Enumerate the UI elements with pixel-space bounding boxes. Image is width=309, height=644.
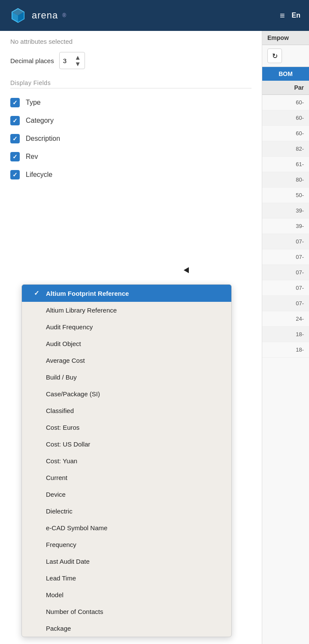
dropdown-item-label: Average Cost: [46, 357, 85, 364]
checkbox-row-rev: Rev: [0, 148, 262, 166]
dropdown-item-label: Frequency: [46, 541, 76, 548]
right-data-row: 82-: [262, 141, 309, 157]
decimal-places-select[interactable]: 3 ▲ ▼: [59, 52, 85, 69]
dropdown-item-label: Cost: US Dollar: [46, 440, 90, 448]
display-fields-divider: [10, 88, 251, 88]
refresh-button[interactable]: ↻: [267, 49, 282, 63]
dropdown-menu: ✓ Altium Footprint Reference Altium Libr…: [21, 284, 232, 637]
right-data-row: 18-: [262, 327, 309, 342]
dropdown-item-label: Number of Contacts: [46, 608, 103, 615]
logo-area: arena®: [9, 6, 66, 25]
right-toolbar: ↻: [262, 45, 309, 67]
left-panel: No attributes selected Decimal places 3 …: [0, 31, 262, 644]
dropdown-item-label: Case/Package (SI): [46, 390, 100, 398]
dropdown-item-cost-euros[interactable]: Cost: Euros: [22, 419, 231, 436]
checkbox-row-category: Category: [0, 112, 262, 130]
checkbox-row-type: Type: [0, 94, 262, 112]
dropdown-item-label: Audit Frequency: [46, 323, 93, 331]
right-panel: Empow ↻ BOM Par 60- 60- 60- 82- 61- 80- …: [262, 31, 309, 644]
right-data-row: 39-: [262, 203, 309, 219]
dropdown-item-current[interactable]: Current: [22, 469, 231, 486]
dropdown-item-altium-footprint[interactable]: ✓ Altium Footprint Reference: [22, 285, 231, 302]
app-header: arena® ≡ En: [0, 0, 309, 31]
dropdown-item-label: Package: [46, 625, 71, 632]
right-data-row: 07-: [262, 280, 309, 296]
checkbox-description[interactable]: [10, 134, 20, 143]
logo-text: arena: [32, 10, 58, 21]
right-data-row: 61-: [262, 157, 309, 172]
right-data-rows: 60- 60- 60- 82- 61- 80- 50- 39- 39- 07- …: [262, 95, 309, 644]
checkbox-type[interactable]: [10, 98, 20, 107]
checkbox-label-lifecycle: Lifecycle: [26, 171, 52, 179]
dropdown-item-label: Cost: Euros: [46, 424, 79, 431]
dropdown-item-label: Device: [46, 491, 66, 498]
dropdown-item-label: e-CAD Symbol Name: [46, 524, 107, 532]
dropdown-item-audit-frequency[interactable]: Audit Frequency: [22, 319, 231, 335]
right-data-row: 07-: [262, 296, 309, 311]
language-selector[interactable]: En: [292, 12, 300, 19]
dropdown-item-case-package[interactable]: Case/Package (SI): [22, 386, 231, 402]
checkbox-label-type: Type: [26, 99, 41, 106]
check-mark-icon: ✓: [34, 289, 42, 297]
dropdown-item-package[interactable]: Package: [22, 620, 231, 637]
dropdown-item-label: Audit Object: [46, 340, 81, 347]
dropdown-item-label: Altium Library Reference: [46, 307, 117, 314]
no-attributes-label: No attributes selected: [0, 31, 262, 49]
arena-logo-icon: [9, 6, 27, 25]
dropdown-item-label: Lead Time: [46, 574, 76, 582]
checkbox-rev[interactable]: [10, 152, 20, 161]
dropdown-item-model[interactable]: Model: [22, 586, 231, 603]
checkbox-label-description: Description: [26, 135, 60, 143]
logo-superscript: ®: [62, 12, 66, 18]
decimal-places-label: Decimal places: [10, 57, 54, 64]
dropdown-item-label: Current: [46, 474, 67, 481]
right-data-row: 39-: [262, 219, 309, 234]
dropdown-item-average-cost[interactable]: Average Cost: [22, 352, 231, 369]
checkbox-row-lifecycle: Lifecycle: [0, 166, 262, 184]
right-data-row: 80-: [262, 172, 309, 188]
dropdown-item-label: Model: [46, 591, 64, 598]
empower-label: Empow: [262, 31, 309, 45]
dropdown-item-frequency[interactable]: Frequency: [22, 536, 231, 553]
right-data-row: 60-: [262, 110, 309, 126]
display-fields-label: Display Fields: [0, 76, 262, 88]
dropdown-item-number-of-contacts[interactable]: Number of Contacts: [22, 603, 231, 620]
decimal-value: 3: [63, 57, 67, 64]
right-data-row: 24-: [262, 311, 309, 327]
dropdown-item-classified[interactable]: Classified: [22, 402, 231, 419]
checkbox-row-description: Description: [0, 130, 262, 148]
right-data-row: 07-: [262, 249, 309, 265]
dropdown-item-audit-object[interactable]: Audit Object: [22, 335, 231, 352]
right-data-row: 07-: [262, 265, 309, 280]
right-data-row: 50-: [262, 188, 309, 203]
dropdown-item-label: Cost: Yuan: [46, 457, 77, 465]
dropdown-item-device[interactable]: Device: [22, 486, 231, 503]
main-layout: No attributes selected Decimal places 3 …: [0, 31, 309, 644]
dropdown-item-dielectric[interactable]: Dielectric: [22, 503, 231, 519]
checkbox-label-category: Category: [26, 117, 54, 125]
dropdown-item-lead-time[interactable]: Lead Time: [22, 570, 231, 586]
checkbox-label-rev: Rev: [26, 153, 38, 161]
right-data-row: 60-: [262, 126, 309, 141]
dropdown-item-last-audit-date[interactable]: Last Audit Date: [22, 553, 231, 570]
right-data-row: 18-: [262, 342, 309, 358]
dropdown-item-label: Build / Buy: [46, 374, 77, 381]
right-data-row: 07-: [262, 234, 309, 249]
bom-header: BOM: [262, 67, 309, 81]
dropdown-item-cost-yuan[interactable]: Cost: Yuan: [22, 453, 231, 469]
dropdown-item-label: Altium Footprint Reference: [46, 290, 129, 297]
header-right: ≡ En: [280, 11, 300, 21]
right-data-row: 60-: [262, 95, 309, 110]
decimal-spinner-arrows[interactable]: ▲ ▼: [75, 54, 81, 67]
checkbox-lifecycle[interactable]: [10, 170, 20, 179]
dropdown-item-ecad[interactable]: e-CAD Symbol Name: [22, 519, 231, 536]
col-header-par: Par: [262, 81, 309, 95]
dropdown-item-build-buy[interactable]: Build / Buy: [22, 369, 231, 386]
checkbox-category[interactable]: [10, 116, 20, 125]
dropdown-item-label: Last Audit Date: [46, 558, 90, 565]
hamburger-icon[interactable]: ≡: [280, 11, 285, 21]
dropdown-item-altium-library[interactable]: Altium Library Reference: [22, 302, 231, 319]
dropdown-item-cost-usd[interactable]: Cost: US Dollar: [22, 436, 231, 453]
dropdown-item-label: Dielectric: [46, 507, 73, 515]
decimal-row: Decimal places 3 ▲ ▼: [0, 49, 262, 76]
